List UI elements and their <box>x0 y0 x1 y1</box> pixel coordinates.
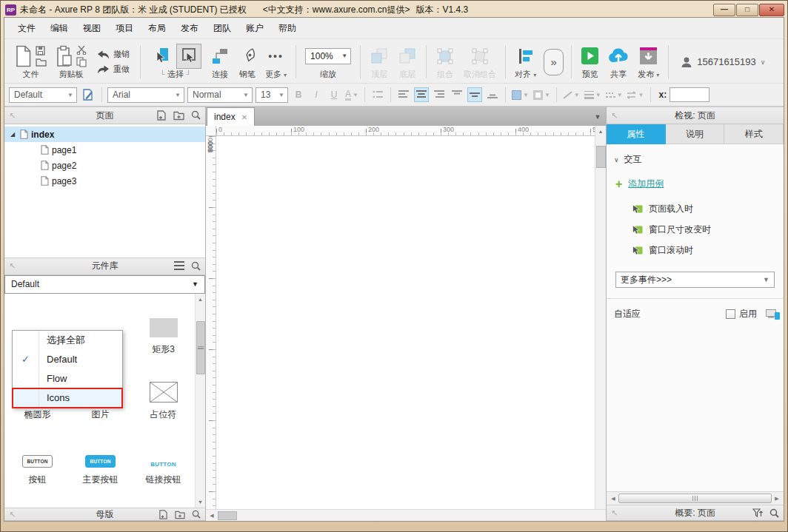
border-color-button[interactable]: ▼ <box>532 87 551 102</box>
close-button[interactable]: ✕ <box>759 4 784 16</box>
italic-button[interactable]: I <box>309 87 324 102</box>
font-size-select[interactable]: 13▼ <box>256 87 288 103</box>
widget-item[interactable]: H2 <box>69 494 132 508</box>
page-event-item[interactable]: 窗口尺寸改变时 <box>632 223 776 236</box>
menu-item[interactable]: 项目 <box>108 18 141 38</box>
undo-button[interactable]: 撤销 <box>97 49 130 60</box>
valign-middle-button[interactable] <box>467 87 482 102</box>
open-button[interactable] <box>36 58 47 67</box>
page-tree-item[interactable]: ◢ index <box>4 127 205 142</box>
tab-index[interactable]: index ✕ <box>207 107 255 126</box>
scroll-right-icon[interactable]: ▶ <box>772 496 782 502</box>
widget-item[interactable]: BUTTON 主要按钮 <box>69 428 132 494</box>
menu-item[interactable]: 帮助 <box>271 18 304 38</box>
valign-top-button[interactable] <box>450 87 464 102</box>
inspector-horizontal-scrollbar[interactable]: ◀ ▶ <box>607 491 784 505</box>
preview-button[interactable] <box>581 47 599 65</box>
add-case-link[interactable]: 添加用例 <box>628 178 664 190</box>
scrollbar-thumb[interactable] <box>218 511 237 520</box>
menu-item[interactable]: 布局 <box>141 18 173 38</box>
page-tree-item[interactable]: ◢ page3 <box>4 173 205 189</box>
search-icon[interactable] <box>769 508 779 518</box>
design-canvas[interactable] <box>216 136 595 509</box>
library-menu-item[interactable]: ✓ 选择全部 <box>13 331 122 350</box>
dash-style-button[interactable]: ▼ <box>605 87 624 102</box>
page-event-item[interactable]: 窗口滚动时 <box>632 244 776 257</box>
widget-item[interactable]: H3 <box>132 494 195 508</box>
scroll-up-icon[interactable]: ▲ <box>595 126 606 137</box>
scrollbar-thumb[interactable] <box>196 321 205 374</box>
edit-style-button[interactable] <box>80 89 96 101</box>
inspector-tab[interactable]: 样式 <box>724 124 784 144</box>
library-set-select[interactable]: Default ▼ <box>4 275 205 294</box>
widget-item[interactable]: BUTTON 链接按钮 <box>132 428 195 494</box>
cut-button[interactable] <box>76 45 87 55</box>
scrollbar-thumb[interactable] <box>618 494 772 503</box>
inspector-tab[interactable]: 说明 <box>666 124 725 144</box>
font-weight-select[interactable]: Normal▼ <box>187 87 253 103</box>
more-events-select[interactable]: 更多事件>>> ▼ <box>615 272 775 288</box>
tab-list-dropdown[interactable]: ▼ <box>590 107 606 126</box>
scroll-left-icon[interactable]: ◀ <box>206 513 218 519</box>
scroll-left-icon[interactable]: ◀ <box>608 496 618 502</box>
scrollbar-thumb[interactable] <box>596 146 606 168</box>
ungroup-button[interactable] <box>470 47 490 66</box>
expand-arrow-icon[interactable]: ◢ <box>10 131 17 138</box>
bold-button[interactable]: B <box>291 87 306 102</box>
align-center-button[interactable] <box>414 87 429 102</box>
scroll-up-icon[interactable]: ▲ <box>196 294 206 305</box>
style-select[interactable]: Default▼ <box>9 87 77 103</box>
send-to-back-button[interactable] <box>398 47 417 66</box>
widget-item[interactable]: H1 <box>6 494 69 508</box>
page-event-item[interactable]: 页面载入时 <box>632 203 776 215</box>
panel-float-icon[interactable]: ↖ <box>9 261 16 271</box>
panel-float-icon[interactable]: ↖ <box>9 510 16 519</box>
bring-to-front-button[interactable] <box>370 47 389 66</box>
add-page-icon[interactable] <box>156 110 167 121</box>
canvas-vertical-scrollbar[interactable]: ▲ <box>595 126 606 509</box>
redo-button[interactable]: 重做 <box>97 64 130 75</box>
menu-item[interactable]: 团队 <box>206 18 238 38</box>
search-icon[interactable] <box>192 510 201 519</box>
font-color-button[interactable]: A▼ <box>344 87 359 102</box>
underline-button[interactable]: U <box>327 87 341 102</box>
page-tree-item[interactable]: ◢ page1 <box>4 142 205 158</box>
library-menu-item[interactable]: ✓ Default <box>13 350 122 369</box>
page-tree-item[interactable]: ◢ page2 <box>4 158 205 173</box>
add-page-icon[interactable] <box>158 510 168 519</box>
select-intersect-tool[interactable] <box>150 44 175 69</box>
menu-item[interactable]: 编辑 <box>43 18 76 38</box>
align-right-button[interactable] <box>432 87 447 102</box>
menu-item[interactable]: 视图 <box>76 18 108 38</box>
menu-item[interactable]: 账户 <box>238 18 271 38</box>
menu-item[interactable]: 文件 <box>10 18 43 38</box>
panel-float-icon[interactable]: ↖ <box>611 111 618 121</box>
add-folder-icon[interactable] <box>175 510 185 519</box>
library-menu-item[interactable]: ✓ Flow <box>13 369 122 388</box>
tab-close-icon[interactable]: ✕ <box>241 113 247 121</box>
scroll-down-icon[interactable]: ▼ <box>196 496 206 508</box>
valign-bottom-button[interactable] <box>485 87 500 102</box>
font-family-select[interactable]: Arial▼ <box>107 87 184 103</box>
more-dots-icon[interactable]: ••• <box>268 50 284 62</box>
paste-button[interactable] <box>56 45 73 67</box>
panel-float-icon[interactable]: ↖ <box>9 111 16 121</box>
arrow-style-button[interactable]: ▼ <box>627 87 645 102</box>
adaptive-devices-icon[interactable] <box>766 309 781 320</box>
group-button[interactable] <box>435 47 455 66</box>
adaptive-enable-checkbox[interactable] <box>726 309 735 319</box>
align-left-button[interactable] <box>396 87 411 102</box>
search-icon[interactable] <box>191 110 201 120</box>
toolbar-expand-button[interactable]: » <box>544 49 564 75</box>
line-style-button[interactable]: ▼ <box>562 87 581 102</box>
maximize-button[interactable]: □ <box>736 4 758 16</box>
pen-button[interactable] <box>238 47 256 66</box>
zoom-select[interactable]: 100% ▼ <box>305 48 351 64</box>
new-file-button[interactable] <box>15 45 33 67</box>
align-button[interactable] <box>516 47 535 66</box>
select-contain-tool[interactable] <box>176 44 201 69</box>
panel-float-icon[interactable]: ↖ <box>611 508 618 518</box>
widget-item[interactable]: 占位符 <box>132 363 195 428</box>
search-icon[interactable] <box>191 261 201 271</box>
account-menu[interactable]: 15671615193 ∨ <box>673 56 772 68</box>
